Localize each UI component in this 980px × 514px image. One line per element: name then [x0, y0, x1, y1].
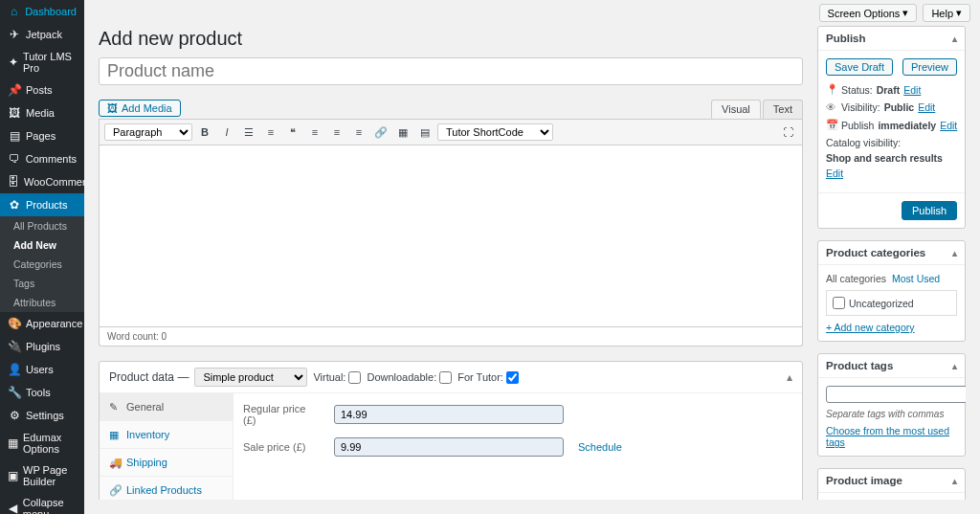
for-tutor-label: For Tutor: — [457, 371, 503, 383]
image-title: Product image — [826, 475, 902, 486]
edit-status-link[interactable]: Edit — [903, 84, 921, 96]
appearance-icon: 🎨 — [8, 317, 21, 330]
product-name-input[interactable] — [99, 57, 803, 85]
pd-tab-shipping[interactable]: 🚚Shipping — [100, 449, 233, 477]
numbered-list-button[interactable]: ≡ — [261, 123, 280, 142]
toggle-icon[interactable]: ▴ — [952, 34, 957, 44]
italic-button[interactable]: I — [217, 123, 236, 142]
cat-tab-all[interactable]: All categories — [826, 273, 886, 284]
sidebar-label: Collapse menu — [23, 497, 77, 514]
align-left-button[interactable]: ≡ — [305, 123, 324, 142]
sidebar-item-settings[interactable]: ⚙Settings — [0, 404, 84, 427]
sidebar-label: Media — [26, 107, 55, 119]
toggle-icon[interactable]: ▴ — [952, 476, 957, 486]
schedule-link[interactable]: Schedule — [578, 441, 622, 453]
shortcode-select[interactable]: Tutor ShortCode — [437, 123, 553, 141]
pd-tab-linked[interactable]: 🔗Linked Products — [100, 477, 233, 500]
publish-title: Publish — [826, 33, 866, 44]
for-tutor-checkbox[interactable] — [506, 371, 519, 384]
sidebar-label: Settings — [26, 410, 64, 421]
blockquote-button[interactable]: ❝ — [283, 123, 302, 142]
sidebar-item-plugins[interactable]: 🔌Plugins — [0, 335, 84, 358]
align-center-button[interactable]: ≡ — [327, 123, 346, 142]
downloadable-checkbox[interactable] — [439, 371, 452, 384]
edit-publish-link[interactable]: Edit — [940, 120, 957, 131]
sidebar-label: Edumax Options — [23, 432, 77, 455]
sidebar-submenu: All Products Add New Categories Tags Att… — [0, 216, 84, 312]
sale-price-input[interactable] — [334, 437, 564, 457]
sidebar-item-jetpack[interactable]: ✈Jetpack — [0, 23, 84, 46]
edit-visibility-link[interactable]: Edit — [918, 101, 935, 113]
preview-button[interactable]: Preview — [902, 58, 957, 76]
sidebar-item-tutor[interactable]: ✦Tutor LMS Pro — [0, 46, 84, 78]
link-button[interactable]: 🔗 — [371, 123, 390, 142]
editor-toolbar: Paragraph B I ☰ ≡ ❝ ≡ ≡ ≡ 🔗 ▦ ▤ Tutor Sh… — [99, 119, 803, 145]
bold-button[interactable]: B — [195, 123, 214, 142]
add-category-link[interactable]: + Add new category — [826, 322, 915, 333]
tag-input[interactable] — [826, 386, 966, 403]
toggle-icon[interactable]: ▴ — [952, 361, 957, 371]
category-checkbox[interactable] — [833, 297, 845, 309]
sidebar-item-posts[interactable]: 📌Posts — [0, 78, 84, 101]
save-draft-button[interactable]: Save Draft — [826, 58, 893, 76]
submenu-attributes[interactable]: Attributes — [0, 293, 84, 312]
sidebar-item-appearance[interactable]: 🎨Appearance — [0, 312, 84, 335]
product-data-panel: Product data — Simple product Virtual: D… — [99, 361, 803, 500]
edit-catalog-link[interactable]: Edit — [826, 168, 843, 179]
sidebar-item-comments[interactable]: 🗨Comments — [0, 147, 84, 170]
sidebar-label: Plugins — [26, 341, 60, 352]
editor-content[interactable] — [99, 145, 803, 327]
cat-tab-most[interactable]: Most Used — [892, 273, 940, 284]
choose-tags-link[interactable]: Choose from the most used tags — [826, 425, 949, 448]
categories-box: Product categories▴ All categories Most … — [817, 240, 966, 342]
sidebar-item-edumax[interactable]: ▦Edumax Options — [0, 427, 84, 459]
sidebar-item-tools[interactable]: 🔧Tools — [0, 381, 84, 404]
sidebar-item-dashboard[interactable]: ⌂Dashboard — [0, 0, 84, 23]
sidebar-item-media[interactable]: 🖼Media — [0, 101, 84, 124]
sidebar-item-pagebuilder[interactable]: ▣WP Page Builder — [0, 459, 84, 492]
help-button[interactable]: Help ▾ — [923, 4, 970, 22]
editor-tab-text[interactable]: Text — [763, 100, 803, 119]
sidebar-item-products[interactable]: ✿Products — [0, 193, 84, 216]
screen-options-button[interactable]: Screen Options ▾ — [819, 4, 918, 22]
editor-tab-visual[interactable]: Visual — [711, 100, 761, 119]
add-media-button[interactable]: 🖼Add Media — [99, 100, 181, 117]
regular-price-label: Regular price (£) — [243, 403, 320, 426]
sidebar-item-woocommerce[interactable]: 🗄WooCommerce — [0, 170, 84, 193]
align-right-button[interactable]: ≡ — [349, 123, 368, 142]
tags-box: Product tags▴ Add Separate tags with com… — [817, 353, 966, 457]
sidebar-label: Dashboard — [25, 6, 77, 17]
submenu-add-new[interactable]: Add New — [0, 235, 84, 255]
toggle-panel-button[interactable]: ▴ — [787, 370, 792, 384]
plugins-icon: 🔌 — [8, 340, 21, 353]
regular-price-input[interactable] — [334, 405, 564, 424]
pin-icon: 📌 — [8, 83, 21, 97]
product-type-select[interactable]: Simple product — [194, 368, 307, 387]
submenu-tags[interactable]: Tags — [0, 274, 84, 293]
fullscreen-button[interactable]: ⛶ — [778, 123, 797, 142]
more-button[interactable]: ▦ — [393, 123, 412, 142]
virtual-checkbox[interactable] — [348, 371, 361, 384]
pd-tab-general[interactable]: ✎General — [100, 393, 233, 421]
format-select[interactable]: Paragraph — [104, 123, 192, 141]
inventory-icon: ▦ — [109, 429, 121, 440]
publish-button[interactable]: Publish — [902, 201, 957, 220]
eye-icon: 👁 — [826, 101, 837, 113]
submenu-categories[interactable]: Categories — [0, 255, 84, 274]
categories-title: Product categories — [826, 247, 925, 258]
chevron-down-icon: ▾ — [902, 7, 908, 19]
sidebar-collapse[interactable]: ◀Collapse menu — [0, 492, 84, 514]
sidebar-label: Posts — [26, 84, 53, 96]
sidebar-label: WooCommerce — [24, 176, 84, 188]
sidebar-item-users[interactable]: 👤Users — [0, 358, 84, 381]
pd-tab-inventory[interactable]: ▦Inventory — [100, 421, 233, 449]
toggle-icon[interactable]: ▴ — [952, 248, 957, 258]
bullet-list-button[interactable]: ☰ — [239, 123, 258, 142]
kitchen-sink-button[interactable]: ▤ — [415, 123, 434, 142]
sidebar-label: Jetpack — [26, 29, 62, 40]
woocommerce-icon: 🗄 — [8, 175, 19, 189]
tutor-icon: ✦ — [8, 56, 18, 69]
submenu-all-products[interactable]: All Products — [0, 216, 84, 235]
sidebar-item-pages[interactable]: ▤Pages — [0, 124, 84, 147]
sidebar-label: Pages — [26, 130, 56, 142]
